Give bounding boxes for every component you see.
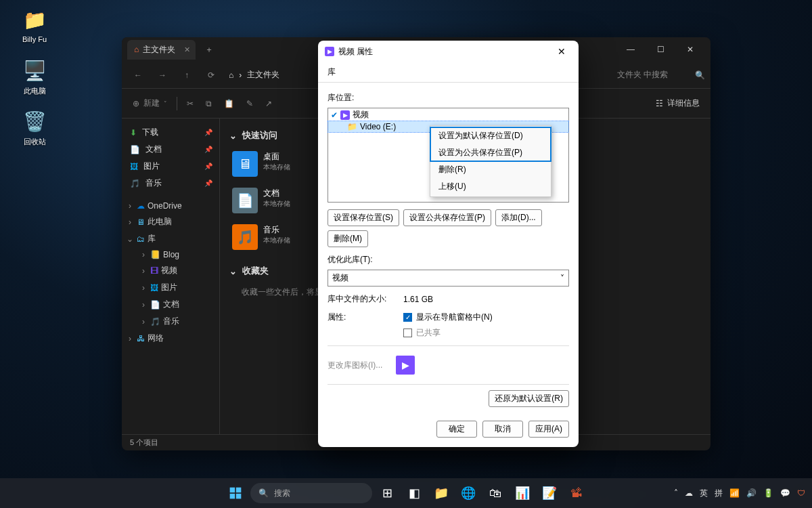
cloud-icon: ☁	[137, 201, 145, 211]
app-word[interactable]: 📝	[537, 481, 562, 505]
notification-icon[interactable]: 💬	[780, 488, 790, 498]
sidebar-item-downloads[interactable]: ⬇下载📌	[125, 124, 217, 141]
restore-defaults-button[interactable]: 还原为默认设置(R)	[489, 390, 569, 407]
remove-location-button[interactable]: 删除(M)	[328, 230, 368, 247]
download-icon: ⬇	[130, 128, 137, 137]
start-button[interactable]	[223, 481, 248, 505]
chevron-right-icon: ›	[139, 317, 148, 326]
change-icon-label[interactable]: 更改库图标(I)...	[328, 360, 382, 371]
security-icon[interactable]: 🛡	[797, 488, 805, 498]
sidebar-lib-documents[interactable]: ›📄文档	[138, 296, 217, 313]
set-save-location-button[interactable]: 设置保存位置(S)	[328, 209, 399, 226]
back-button[interactable]: ←	[127, 64, 149, 86]
taskview-button[interactable]: ⊞	[375, 481, 399, 505]
locations-listbox[interactable]: ✔▶视频 📁Video (E:) 设置为默认保存位置(D) 设置为公共保存位置(…	[328, 108, 569, 203]
sidebar-lib-pictures[interactable]: ›🖼图片	[138, 279, 217, 296]
sidebar-item-network[interactable]: ›🖧网络	[125, 330, 217, 347]
ctx-delete[interactable]: 删除(R)	[430, 161, 551, 178]
sidebar-item-thispc[interactable]: ›🖥此电脑	[125, 213, 217, 230]
cut-button[interactable]: ✂	[181, 93, 199, 114]
app-store[interactable]: 🛍	[483, 481, 508, 505]
show-in-nav-checkbox[interactable]: ✓显示在导航窗格中(N)	[403, 312, 493, 323]
chevron-right-icon: ›	[139, 300, 148, 310]
sidebar-item-music[interactable]: 🎵音乐📌	[125, 175, 217, 192]
svg-rect-1	[236, 488, 242, 493]
tray-chevron-icon[interactable]: ˄	[674, 488, 678, 498]
ctx-set-default-save[interactable]: 设置为默认保存位置(D)	[430, 127, 551, 144]
ime-mode[interactable]: 拼	[715, 488, 723, 499]
chevron-down-icon: ⌄	[126, 234, 134, 244]
sidebar-lib-music[interactable]: ›🎵音乐	[138, 313, 217, 330]
optimize-combobox[interactable]: 视频˅	[328, 270, 569, 287]
shared-checkbox[interactable]: 已共享	[403, 327, 493, 339]
battery-icon[interactable]: 🔋	[763, 488, 773, 498]
tile-music[interactable]: 🎵音乐本地存储	[229, 221, 324, 253]
chevron-right-icon: ›	[139, 266, 148, 276]
optimize-label: 优化此库(T):	[328, 254, 569, 266]
sidebar-lib-blog[interactable]: ›📒Blog	[138, 247, 217, 262]
wifi-icon[interactable]: 📶	[729, 488, 740, 498]
ok-button[interactable]: 确定	[436, 421, 477, 438]
minimize-button[interactable]: ―	[616, 39, 646, 60]
widgets-button[interactable]: ◧	[402, 481, 426, 505]
details-button[interactable]: ☷详细信息	[650, 93, 705, 114]
doc-icon: 📄	[130, 145, 140, 154]
dialog-tab-library[interactable]: 库	[318, 62, 579, 83]
desktop-icon-userfolder[interactable]: 📁 Billy Fu	[11, 7, 58, 43]
new-button[interactable]: ⊕新建˅	[127, 93, 173, 114]
close-window-button[interactable]: ✕	[675, 39, 705, 60]
up-button[interactable]: ↑	[176, 64, 198, 86]
app-edge[interactable]: 🌐	[456, 481, 480, 505]
location-row-videos[interactable]: ✔▶视频	[328, 108, 568, 121]
new-tab-button[interactable]: ＋	[200, 40, 219, 59]
desktop-icon-thispc[interactable]: 🖥️ 此电脑	[11, 58, 58, 96]
check-icon: ✔	[331, 110, 338, 120]
taskbar-search[interactable]: 🔍搜索	[250, 483, 372, 503]
ime-lang[interactable]: 英	[700, 488, 708, 499]
system-tray: ˄ ☁ 英 拼 📶 🔊 🔋 💬 🛡	[674, 488, 805, 499]
tile-desktop[interactable]: 🖥桌面本地存储	[229, 148, 324, 179]
separator	[328, 345, 569, 346]
sidebar: ⬇下载📌 📄文档📌 🖼图片📌 🎵音乐📌 ›☁OneDrive ›🖥此电脑 ⌄🗂库…	[122, 119, 220, 434]
set-public-save-button[interactable]: 设置公共保存位置(P)	[403, 209, 491, 226]
chevron-right-icon: ›	[239, 70, 242, 80]
library-icon: 🗂	[137, 234, 145, 244]
app-powerpoint[interactable]: 📽	[564, 481, 589, 505]
search-box[interactable]: 文件夹 中搜索 🔍	[617, 69, 705, 81]
refresh-button[interactable]: ⟳	[200, 64, 222, 86]
sidebar-item-pictures[interactable]: 🖼图片📌	[125, 158, 217, 175]
copy-button[interactable]: ⧉	[200, 93, 217, 114]
sidebar-lib-video[interactable]: ›🎞视频	[138, 262, 217, 279]
breadcrumb[interactable]: ⌂› 主文件夹	[229, 69, 279, 81]
svg-rect-0	[230, 488, 235, 493]
add-location-button[interactable]: 添加(D)...	[495, 209, 542, 226]
share-button[interactable]: ↗	[260, 93, 277, 114]
maximize-button[interactable]: ☐	[646, 39, 675, 60]
tray-onedrive-icon[interactable]: ☁	[685, 488, 693, 498]
tile-documents[interactable]: 📄文档本地存储	[229, 185, 324, 216]
desktop-tile-icon: 🖥	[232, 151, 258, 177]
ctx-set-public-save[interactable]: 设置为公共保存位置(P)	[430, 144, 551, 161]
apply-button[interactable]: 应用(A)	[528, 421, 569, 438]
close-dialog-button[interactable]: ✕	[551, 43, 572, 60]
app-excel[interactable]: 📊	[510, 481, 535, 505]
forward-button[interactable]: →	[152, 64, 173, 86]
separator	[328, 384, 569, 385]
ctx-move-up[interactable]: 上移(U)	[430, 178, 551, 195]
sidebar-item-libraries[interactable]: ⌄🗂库	[125, 230, 217, 247]
sidebar-item-documents[interactable]: 📄文档📌	[125, 141, 217, 158]
bin-icon: 🗑️	[22, 108, 47, 134]
pin-icon: 📌	[204, 146, 212, 153]
tab-home[interactable]: ⌂ 主文件夹 ✕	[127, 40, 196, 60]
pin-icon: 📌	[204, 129, 212, 136]
context-menu: 设置为默认保存位置(D) 设置为公共保存位置(P) 删除(R) 上移(U)	[430, 125, 551, 197]
volume-icon[interactable]: 🔊	[746, 488, 757, 498]
rename-button[interactable]: ✎	[241, 93, 258, 114]
paste-button[interactable]: 📋	[219, 93, 240, 114]
app-explorer[interactable]: 📁	[429, 481, 453, 505]
close-tab-icon[interactable]: ✕	[184, 45, 190, 54]
cancel-button[interactable]: 取消	[482, 421, 523, 438]
sidebar-item-onedrive[interactable]: ›☁OneDrive	[125, 198, 217, 213]
desktop-icon-recyclebin[interactable]: 🗑️ 回收站	[11, 108, 58, 147]
plus-icon: ⊕	[133, 99, 139, 108]
